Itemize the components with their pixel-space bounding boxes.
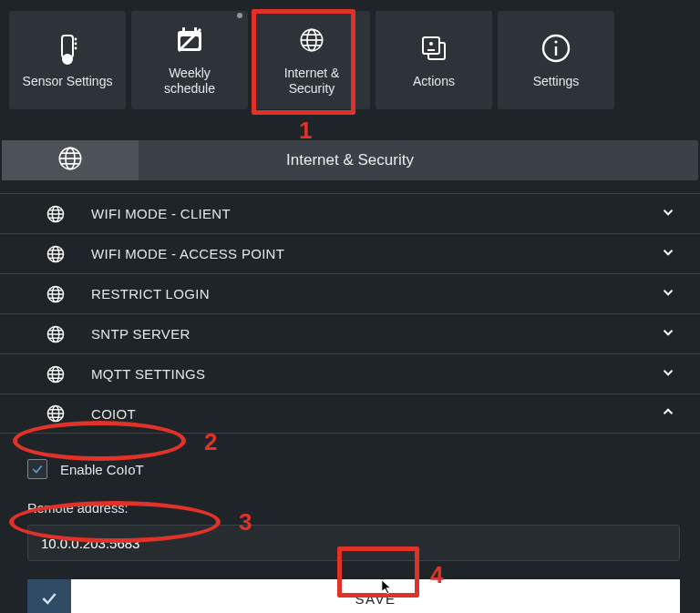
remote-address-label: Remote address:	[27, 501, 680, 516]
svg-point-19	[554, 40, 557, 43]
globe-icon	[295, 24, 328, 56]
accordion-label: SNTP SERVER	[66, 326, 660, 342]
enable-coiot-label: Enable CoIoT	[60, 462, 144, 477]
chevron-down-icon	[660, 284, 676, 304]
tab-actions[interactable]: Actions	[376, 11, 492, 109]
accordion-item-coiot[interactable]: COIOT	[0, 393, 700, 434]
globe-icon	[0, 204, 66, 224]
globe-icon	[0, 284, 66, 304]
enable-coiot-row[interactable]: Enable CoIoT	[20, 450, 680, 488]
tab-weekly-schedule[interactable]: Weekly schedule	[131, 11, 248, 109]
tab-label: Internet & Security	[284, 66, 340, 97]
svg-point-1	[63, 55, 72, 64]
tab-label: Sensor Settings	[23, 74, 113, 89]
enable-coiot-checkbox[interactable]	[27, 459, 47, 479]
chevron-down-icon	[660, 324, 676, 344]
remote-address-input[interactable]	[27, 525, 680, 561]
accordion-item-sntp[interactable]: SNTP SERVER	[0, 313, 700, 353]
indicator-dot	[237, 13, 242, 18]
save-button[interactable]: SAVE	[71, 579, 680, 613]
globe-icon	[0, 364, 66, 384]
svg-point-2	[75, 37, 77, 40]
accordion-item-wifi-client[interactable]: WIFI MODE - CLIENT	[0, 193, 700, 233]
chevron-down-icon	[660, 244, 676, 264]
tab-label: Actions	[413, 74, 455, 89]
accordion-label: RESTRICT LOGIN	[66, 286, 660, 301]
section-title: Internet & Security	[139, 151, 698, 169]
svg-rect-7	[182, 27, 185, 34]
section-header: Internet & Security	[2, 140, 698, 180]
info-icon	[540, 32, 572, 65]
chevron-up-icon	[660, 404, 676, 424]
accordion-item-restrict-login[interactable]: RESTRICT LOGIN	[0, 273, 700, 313]
top-tab-bar: Sensor Settings Weekly schedule Int	[0, 0, 700, 113]
tab-label: Settings	[533, 74, 580, 89]
svg-point-17	[429, 42, 433, 46]
globe-icon	[57, 145, 84, 176]
tab-label: Weekly schedule	[164, 66, 215, 97]
chevron-down-icon	[660, 204, 676, 224]
tab-internet-security[interactable]: Internet & Security	[253, 11, 370, 109]
calendar-disabled-icon	[173, 24, 206, 56]
accordion-item-wifi-ap[interactable]: WIFI MODE - ACCESS POINT	[0, 233, 700, 273]
tab-settings[interactable]: Settings	[498, 11, 614, 109]
svg-point-3	[75, 42, 77, 45]
accordion-item-mqtt[interactable]: MQTT SETTINGS	[0, 353, 700, 393]
tab-sensor-settings[interactable]: Sensor Settings	[9, 11, 126, 109]
globe-icon	[0, 244, 66, 264]
section-header-icon-box	[2, 140, 139, 180]
accordion-label: MQTT SETTINGS	[66, 366, 660, 382]
accordion-label: WIFI MODE - CLIENT	[66, 206, 660, 221]
svg-point-4	[75, 46, 77, 49]
save-confirm-icon[interactable]	[27, 579, 71, 613]
save-button-label: SAVE	[355, 591, 396, 607]
globe-icon	[0, 324, 66, 344]
sensor-icon	[51, 32, 84, 65]
globe-icon	[0, 404, 66, 424]
coiot-panel: Enable CoIoT Remote address: SAVE	[0, 434, 700, 613]
accordion-label: COIOT	[66, 406, 660, 422]
save-bar: SAVE	[27, 579, 680, 613]
settings-accordion: WIFI MODE - CLIENT WIFI MODE - ACCESS PO…	[0, 193, 700, 434]
actions-icon	[417, 32, 450, 65]
accordion-label: WIFI MODE - ACCESS POINT	[66, 246, 660, 261]
chevron-down-icon	[660, 364, 676, 384]
